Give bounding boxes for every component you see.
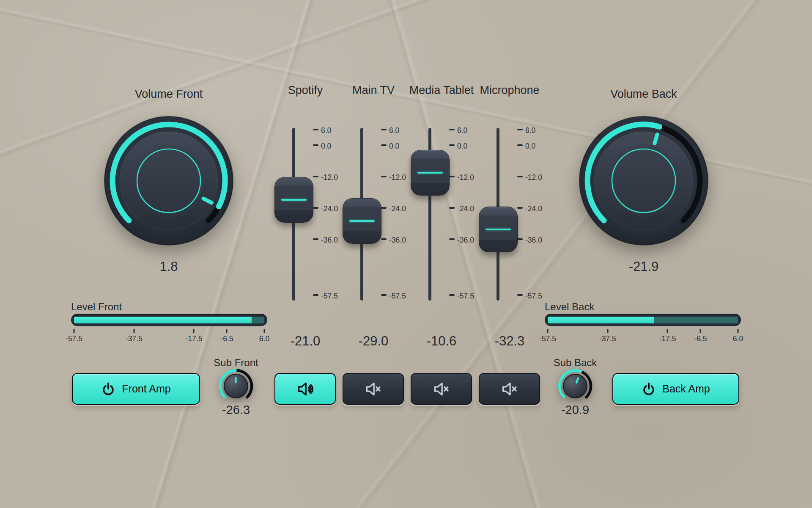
level-front-label: Level Front — [71, 301, 122, 313]
mute-button-microphone[interactable] — [479, 373, 540, 405]
slider-tick-label: -24.0 — [321, 204, 338, 213]
slider-tick-label: -24.0 — [525, 204, 542, 213]
slider-handle[interactable] — [411, 150, 450, 196]
mute-button-main-tv[interactable] — [343, 373, 404, 405]
meter-tick — [738, 329, 739, 333]
slider-handle-line — [281, 199, 307, 201]
knob-face-center — [607, 144, 680, 217]
spotify-slider[interactable]: 6.00.0-12.0-24.0-36.0-57.5 — [272, 128, 339, 301]
slider-tick-label: -57.5 — [321, 292, 338, 301]
channel-microphone: Microphone 6.00.0-12.0-24.0-36.0-57.5 -3… — [476, 80, 543, 415]
volume-back-knob[interactable] — [574, 111, 713, 251]
meter-track — [548, 317, 738, 323]
front-amp-button[interactable]: Front Amp — [72, 373, 200, 405]
meter-tick-label: -6.5 — [220, 334, 233, 343]
channel-label: Media Tablet — [408, 84, 475, 97]
channel-label: Spotify — [272, 84, 339, 97]
slider-tick-label: -36.0 — [389, 235, 406, 244]
slider-tick — [449, 144, 455, 146]
volume-front-value: 1.8 — [126, 259, 211, 274]
sub-back-value: -20.9 — [541, 403, 609, 417]
slider-handle[interactable] — [274, 177, 313, 223]
meter-tick-label: -17.5 — [659, 334, 676, 343]
slider-tick — [449, 294, 455, 296]
slider-tick-label: -36.0 — [525, 235, 542, 244]
back-amp-label: Back Amp — [662, 383, 710, 395]
speaker-mute-icon — [364, 379, 383, 399]
slider-tick-label: 6.0 — [525, 126, 535, 135]
slider-tick — [313, 129, 318, 130]
meter-tick — [74, 329, 75, 333]
speaker-waves-icon — [296, 379, 315, 399]
slider-tick — [517, 176, 523, 177]
meter-tick — [607, 329, 608, 333]
level-back-meter: -57.5-37.5-17.5-6.56.0 — [545, 314, 741, 326]
level-back-label: Level Back — [545, 301, 594, 313]
volume-front-knob[interactable] — [99, 111, 239, 251]
slider-tick-label: 0.0 — [321, 141, 331, 150]
slider-tick — [381, 129, 387, 130]
mute-button-spotify[interactable] — [274, 373, 336, 405]
slider-tick — [517, 207, 523, 209]
meter-tick-label: -6.5 — [694, 334, 707, 343]
slider-tick-label: -12.0 — [321, 173, 338, 182]
slider-tick — [313, 207, 318, 209]
mute-button-media-tablet[interactable] — [411, 373, 472, 405]
slider-tick — [313, 144, 318, 146]
meter-tick-label: 6.0 — [733, 334, 743, 343]
meter-tick-label: -37.5 — [126, 334, 143, 343]
meter-tick-label: -17.5 — [186, 334, 203, 343]
meter-fill — [548, 317, 654, 323]
meter-fill — [74, 317, 252, 323]
slider-tick-label: -12.0 — [389, 173, 406, 182]
slider-tick-label: 6.0 — [389, 126, 399, 135]
media-tablet-slider[interactable]: 6.00.0-12.0-24.0-36.0-57.5 — [408, 128, 475, 301]
back-amp-button[interactable]: Back Amp — [612, 373, 739, 405]
volume-back-label: Volume Back — [580, 88, 707, 101]
microphone-slider[interactable]: 6.00.0-12.0-24.0-36.0-57.5 — [476, 128, 543, 301]
power-icon — [642, 382, 656, 396]
slider-tick — [449, 207, 455, 209]
meter-ticks: -57.5-37.5-17.5-6.56.0 — [74, 329, 264, 348]
channel-value: -29.0 — [340, 334, 407, 349]
sub-back-knob[interactable] — [555, 366, 595, 406]
mixer-panel-background: Volume Front 1.8 Level Front -57.5-37.5-… — [0, 0, 812, 508]
slider-tick-label: -57.5 — [457, 292, 474, 301]
sub-front-knob[interactable] — [216, 366, 256, 406]
slider-handle-line — [486, 229, 511, 230]
volume-back-value: -21.9 — [601, 259, 686, 274]
slider-tick-label: -24.0 — [457, 204, 474, 213]
meter-tick — [667, 329, 668, 333]
meter-tick-label: -57.5 — [66, 334, 82, 343]
slider-tick-label: -12.0 — [525, 173, 542, 182]
slider-tick-label: 0.0 — [389, 141, 399, 150]
speaker-mute-icon — [432, 379, 451, 399]
slider-handle[interactable] — [343, 198, 381, 244]
slider-tick — [449, 129, 455, 130]
slider-tick-label: -12.0 — [457, 173, 474, 182]
slider-tick — [381, 238, 387, 240]
slider-tick — [517, 129, 523, 130]
slider-handle[interactable] — [479, 207, 518, 252]
channel-main-tv: Main TV 6.00.0-12.0-24.0-36.0-57.5 -29.0 — [340, 80, 407, 415]
channel-value: -32.3 — [476, 334, 543, 349]
channel-value: -10.6 — [408, 334, 475, 349]
meter-tick — [700, 329, 701, 333]
main-tv-slider[interactable]: 6.00.0-12.0-24.0-36.0-57.5 — [340, 128, 407, 301]
knob-face-center — [132, 144, 205, 217]
channel-spotify: Spotify 6.00.0-12.0-24.0-36.0-57.5 -21.0 — [272, 80, 339, 415]
meter-tick — [264, 329, 265, 333]
slider-tick-label: -24.0 — [389, 204, 406, 213]
speaker-mute-icon — [500, 379, 519, 399]
meter-tick — [226, 329, 228, 333]
slider-tick-label: -57.5 — [389, 292, 406, 301]
slider-tick-label: 0.0 — [525, 141, 535, 150]
channel-media-tablet: Media Tablet 6.00.0-12.0-24.0-36.0-57.5 … — [408, 80, 475, 415]
slider-tick — [449, 176, 455, 177]
slider-tick — [313, 238, 318, 240]
level-front-meter: -57.5-37.5-17.5-6.56.0 — [71, 314, 267, 326]
meter-tick — [133, 329, 134, 333]
slider-tick — [381, 144, 387, 146]
slider-tick — [313, 176, 318, 177]
slider-tick-label: -36.0 — [457, 235, 474, 244]
